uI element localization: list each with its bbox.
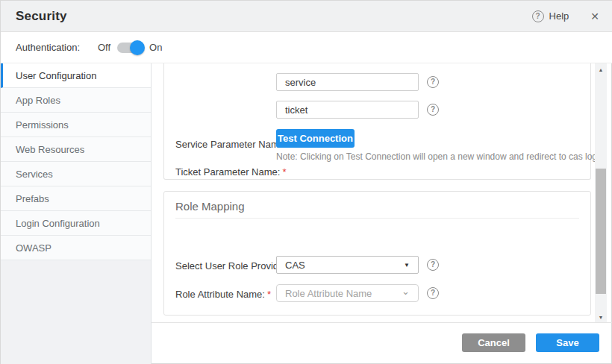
authentication-row: Authentication: Off On <box>1 32 612 63</box>
sidebar-item-permissions[interactable]: Permissions <box>1 113 151 137</box>
sidebar-item-label: OWASP <box>16 242 51 254</box>
security-dialog: Security ? Help ✕ Authentication: Off On… <box>0 0 612 364</box>
vertical-scrollbar[interactable]: ▲ ▼ <box>595 63 607 323</box>
ticket-parameter-input[interactable] <box>276 101 419 119</box>
sidebar-item-services[interactable]: Services <box>1 162 151 186</box>
save-button[interactable]: Save <box>536 333 599 352</box>
test-connection-note: Note: Clicking on Test Connection will o… <box>276 151 604 162</box>
footer-divider <box>152 322 612 323</box>
sidebar-item-label: Login Configuration <box>16 218 100 229</box>
service-parameter-label: Service Parameter Name:* <box>175 139 293 150</box>
sidebar-item-web-resources[interactable]: Web Resources <box>1 137 151 162</box>
sidebar-item-label: Services <box>16 169 53 180</box>
required-asterisk: * <box>267 289 271 300</box>
role-attribute-placeholder: Role Attribute Name <box>285 288 372 299</box>
sidebar: User Configuration App Roles Permissions… <box>1 63 152 364</box>
user-role-provider-select[interactable]: CAS ▼ <box>276 256 419 274</box>
section-divider <box>175 218 579 219</box>
sidebar-item-label: Permissions <box>16 119 69 131</box>
user-role-provider-help-icon[interactable]: ? <box>427 259 439 271</box>
scroll-down-icon[interactable]: ▼ <box>595 312 607 322</box>
sidebar-item-user-configuration[interactable]: User Configuration <box>1 63 151 88</box>
sidebar-item-label: App Roles <box>16 95 60 106</box>
required-asterisk: * <box>282 166 286 178</box>
cancel-button[interactable]: Cancel <box>462 333 525 352</box>
scroll-up-icon[interactable]: ▲ <box>595 64 607 75</box>
page-title: Security <box>16 9 67 24</box>
role-attribute-label: Role Attribute Name:* <box>175 289 271 300</box>
role-mapping-panel: Role Mapping Search User Role: Off On Se… <box>163 191 591 316</box>
authentication-on-label: On <box>149 42 162 53</box>
role-attribute-help-icon[interactable]: ? <box>427 287 439 299</box>
scrollbar-thumb[interactable] <box>596 169 606 294</box>
title-bar: Security ? Help ✕ <box>1 1 612 32</box>
sidebar-item-app-roles[interactable]: App Roles <box>1 88 151 113</box>
ticket-parameter-help-icon[interactable]: ? <box>427 104 439 116</box>
user-role-provider-value: CAS <box>285 260 305 271</box>
test-connection-button[interactable]: Test Connection <box>276 129 355 148</box>
toggle-knob <box>130 40 145 55</box>
role-attribute-combobox[interactable]: Role Attribute Name ⌄ <box>276 284 419 302</box>
authentication-off-label: Off <box>98 42 110 53</box>
sidebar-item-prefabs[interactable]: Prefabs <box>1 186 151 211</box>
user-role-provider-label: Select User Role Provider: <box>175 260 290 272</box>
sidebar-item-owasp[interactable]: OWASP <box>1 236 151 260</box>
authentication-toggle[interactable] <box>117 43 143 53</box>
role-mapping-title: Role Mapping <box>175 200 245 213</box>
sidebar-item-label: Prefabs <box>16 193 49 204</box>
service-parameter-input[interactable] <box>276 73 419 91</box>
service-parameter-help-icon[interactable]: ? <box>427 76 439 88</box>
close-icon[interactable]: ✕ <box>587 9 602 24</box>
dropdown-arrow-icon: ▼ <box>404 262 410 269</box>
help-icon[interactable]: ? <box>532 10 544 22</box>
help-label[interactable]: Help <box>549 10 569 22</box>
sidebar-item-label: User Configuration <box>16 70 96 81</box>
ticket-parameter-label: Ticket Parameter Name:* <box>175 166 286 178</box>
authentication-label: Authentication: <box>16 42 83 53</box>
sidebar-item-label: Web Resources <box>16 144 84 155</box>
sidebar-item-login-configuration[interactable]: Login Configuration <box>1 211 151 236</box>
cas-parameters-panel: Service Parameter Name:* ? Ticket Parame… <box>163 63 591 180</box>
